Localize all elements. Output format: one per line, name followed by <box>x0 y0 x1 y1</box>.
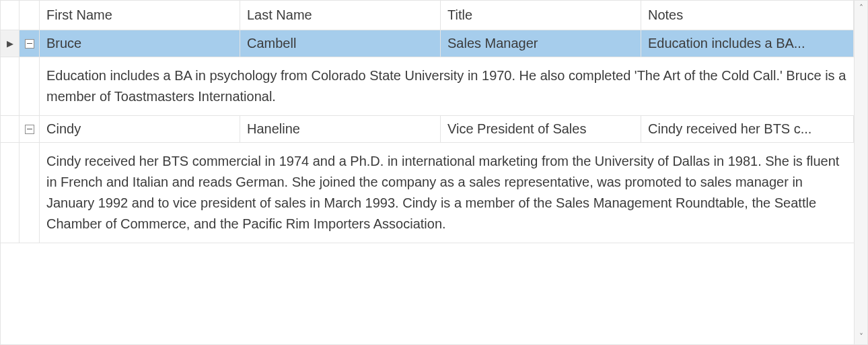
minus-icon <box>27 129 32 130</box>
collapse-button[interactable] <box>25 125 34 134</box>
detail-notes-text[interactable]: Cindy received her BTS commercial in 197… <box>40 143 854 243</box>
scroll-up-button[interactable]: ˄ <box>855 1 867 15</box>
chevron-down-icon: ˅ <box>859 332 863 342</box>
chevron-up-icon: ˄ <box>859 3 863 13</box>
column-header-first-name[interactable]: First Name <box>40 1 240 30</box>
row-indicator <box>1 143 20 243</box>
row-indicator-header <box>1 1 20 30</box>
scroll-down-button[interactable]: ˅ <box>855 330 867 344</box>
expand-cell <box>20 30 40 57</box>
minus-icon <box>27 43 32 44</box>
expand-cell <box>20 116 40 142</box>
collapse-button[interactable] <box>25 39 34 49</box>
column-header-last-name[interactable]: Last Name <box>240 1 441 30</box>
expand-column-header <box>20 1 40 30</box>
grid-body: First Name Last Name Title Notes ▶ Bruce… <box>1 1 854 344</box>
vertical-scrollbar[interactable]: ˄ ˅ <box>854 1 867 344</box>
detail-notes-text[interactable]: Education includes a BA in psychology fr… <box>40 57 854 115</box>
expand-cell-spacer <box>20 57 40 115</box>
column-header-notes[interactable]: Notes <box>641 1 854 30</box>
cell-title[interactable]: Sales Manager <box>441 30 641 57</box>
cell-last-name[interactable]: Haneline <box>240 116 441 142</box>
cell-title[interactable]: Vice President of Sales <box>441 116 641 142</box>
detail-row: Education includes a BA in psychology fr… <box>1 57 854 116</box>
row-indicator <box>1 116 20 142</box>
row-indicator <box>1 57 20 115</box>
data-row[interactable]: Cindy Haneline Vice President of Sales C… <box>1 116 854 143</box>
cell-first-name[interactable]: Bruce <box>40 30 240 57</box>
current-row-icon: ▶ <box>7 39 13 48</box>
data-grid: First Name Last Name Title Notes ▶ Bruce… <box>0 0 868 345</box>
cell-notes[interactable]: Education includes a BA... <box>641 30 854 57</box>
cell-first-name[interactable]: Cindy <box>40 116 240 142</box>
cell-notes[interactable]: Cindy received her BTS c... <box>641 116 854 142</box>
expand-cell-spacer <box>20 143 40 243</box>
row-indicator: ▶ <box>1 30 20 57</box>
detail-row: Cindy received her BTS commercial in 197… <box>1 143 854 243</box>
column-header-title[interactable]: Title <box>441 1 641 30</box>
column-header-row: First Name Last Name Title Notes <box>1 1 854 30</box>
cell-last-name[interactable]: Cambell <box>240 30 441 57</box>
data-row[interactable]: ▶ Bruce Cambell Sales Manager Education … <box>1 30 854 57</box>
